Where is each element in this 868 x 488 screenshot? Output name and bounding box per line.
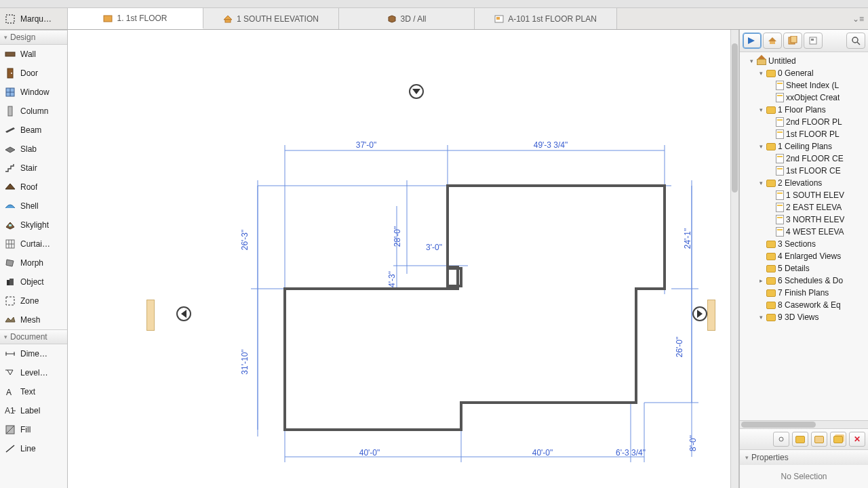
tab-3d-all[interactable]: 3D / All xyxy=(339,8,475,29)
navigator-settings-button[interactable] xyxy=(773,432,789,447)
tree-label: 7 Finish Plans xyxy=(778,288,829,298)
canvas-scrollbar-vertical[interactable] xyxy=(730,30,738,488)
tab-a101-plan[interactable]: A-101 1st FLOOR PLAN xyxy=(475,8,617,29)
tree-item[interactable]: 1 SOUTH ELEV xyxy=(740,189,868,201)
mesh-icon xyxy=(4,314,16,326)
mesh-tool[interactable]: Mesh xyxy=(0,310,67,329)
line-tool[interactable]: Line xyxy=(0,439,67,458)
tab-label: 1. 1st FLOOR xyxy=(117,14,167,23)
tree-item[interactable]: 3 NORTH ELEV xyxy=(740,214,868,226)
line-icon xyxy=(4,443,16,455)
folder-icon xyxy=(766,253,776,260)
tree-item[interactable]: 2 EAST ELEVA xyxy=(740,201,868,214)
column-tool[interactable]: Column xyxy=(0,102,67,121)
roof-tool[interactable]: Roof xyxy=(0,178,67,197)
tree-folder[interactable]: 8 Casework & Eq xyxy=(740,299,868,311)
svg-rect-13 xyxy=(8,106,12,116)
svg-rect-64 xyxy=(770,41,775,44)
wall-tool[interactable]: Wall xyxy=(0,45,67,64)
tool-label: Zone xyxy=(20,296,39,306)
beam-icon xyxy=(4,124,16,136)
navigator-tree[interactable]: ▾ Untitled ▾0 GeneralSheet Index (LxxObj… xyxy=(740,52,868,420)
navigator-search-button[interactable] xyxy=(846,33,865,49)
tool-label: Dime… xyxy=(20,349,47,359)
tree-folder[interactable]: ▸6 Schedules & Do xyxy=(740,274,868,287)
tree-folder[interactable]: ▾1 Floor Plans xyxy=(740,104,868,116)
elevation-marker-south[interactable] xyxy=(409,84,424,99)
tree-item[interactable]: 4 WEST ELEVA xyxy=(740,226,868,238)
morph-tool[interactable]: Morph xyxy=(0,253,67,272)
tree-folder[interactable]: 3 Sections xyxy=(740,238,868,250)
disclosure-icon: ▾ xyxy=(757,143,764,150)
svg-marker-23 xyxy=(6,260,14,266)
navigator-delete-button[interactable]: ✕ xyxy=(849,432,865,447)
marquee-label: Marqu… xyxy=(20,14,52,24)
navigator-tab-project-map[interactable] xyxy=(743,33,762,49)
tab-overflow-button[interactable]: ⌄≡ xyxy=(848,8,868,29)
level-dimension-tool[interactable]: Level… xyxy=(0,363,67,382)
morph-icon xyxy=(4,257,16,269)
tree-item[interactable]: 2nd FLOOR PL xyxy=(740,116,868,128)
drawing-canvas[interactable]: 37'-0" 49'-3 3/4" 26'-3" 31'-10" 28'-0" … xyxy=(68,30,739,488)
tree-item[interactable]: 2nd FLOOR CE xyxy=(740,152,868,165)
tree-label: 1 Floor Plans xyxy=(778,105,826,115)
curtain-wall-icon xyxy=(4,238,16,250)
slab-tool[interactable]: Slab xyxy=(0,140,67,159)
toolbox-section-document[interactable]: Document xyxy=(0,329,67,344)
navigator-clone-button[interactable] xyxy=(830,432,846,447)
dim-left-upper: 26'-3" xyxy=(240,230,250,251)
sheet-icon xyxy=(776,129,784,139)
door-tool[interactable]: Door xyxy=(0,64,67,83)
stair-tool[interactable]: Stair xyxy=(0,159,67,178)
tab-south-elevation[interactable]: 1 SOUTH ELEVATION xyxy=(203,8,339,29)
tree-root[interactable]: ▾ Untitled xyxy=(740,55,868,67)
navigator-panel: ▾ Untitled ▾0 GeneralSheet Index (LxxObj… xyxy=(739,30,868,488)
text-tool[interactable]: AText xyxy=(0,382,67,401)
navigator-tab-layout-book[interactable] xyxy=(783,33,802,49)
navigator-scrollbar-horizontal[interactable] xyxy=(740,420,868,428)
svg-rect-26 xyxy=(6,297,14,305)
dim-mid-vert: 28'-0" xyxy=(393,226,402,247)
fill-tool[interactable]: Fill xyxy=(0,420,67,439)
svg-rect-6 xyxy=(496,17,500,20)
tree-folder[interactable]: 7 Finish Plans xyxy=(740,287,868,299)
sheet-icon xyxy=(776,215,784,224)
tool-label: Beam xyxy=(20,125,41,135)
tree-folder[interactable]: 5 Details xyxy=(740,262,868,274)
properties-header[interactable]: Properties xyxy=(740,449,868,465)
toolbox-section-design[interactable]: Design xyxy=(0,30,67,45)
tool-label: Text xyxy=(20,387,35,396)
beam-tool[interactable]: Beam xyxy=(0,121,67,140)
zone-tool[interactable]: Zone xyxy=(0,291,67,310)
tree-folder[interactable]: ▾0 General xyxy=(740,67,868,79)
navigator-new-folder-button[interactable] xyxy=(792,432,808,447)
tree-item[interactable]: xxObject Creat xyxy=(740,92,868,104)
tool-label: Line xyxy=(20,444,36,453)
stair-icon xyxy=(4,162,16,174)
navigator-new-view-button[interactable] xyxy=(811,432,827,447)
curtain-wall-tool[interactable]: Curtai… xyxy=(0,235,67,253)
object-tool[interactable]: Object xyxy=(0,272,67,291)
label-tool[interactable]: A1Label xyxy=(0,401,67,420)
shell-tool[interactable]: Shell xyxy=(0,197,67,216)
navigator-tab-publisher[interactable] xyxy=(804,33,823,49)
folder-icon xyxy=(766,106,776,114)
window-tool[interactable]: Window xyxy=(0,83,67,102)
dimension-tool[interactable]: Dime… xyxy=(0,344,67,363)
navigator-tab-view-map[interactable] xyxy=(763,33,782,49)
tree-item[interactable]: 1st FLOOR PL xyxy=(740,128,868,140)
tree-folder[interactable]: 4 Enlarged Views xyxy=(740,250,868,262)
tab-1st-floor[interactable]: 1. 1st FLOOR xyxy=(68,8,203,29)
tree-item[interactable]: 1st FLOOR CE xyxy=(740,165,868,177)
tree-folder[interactable]: ▾9 3D Views xyxy=(740,311,868,323)
skylight-tool[interactable]: Skylight xyxy=(0,216,67,235)
tree-folder[interactable]: ▾2 Elevations xyxy=(740,177,868,189)
tool-label: Label xyxy=(20,406,40,415)
house-icon xyxy=(768,36,777,45)
tree-item[interactable]: Sheet Index (L xyxy=(740,79,868,92)
tree-folder[interactable]: ▾1 Ceiling Plans xyxy=(740,140,868,152)
door-icon xyxy=(4,67,16,79)
floor-plan-icon xyxy=(103,14,113,23)
marquee-tool[interactable]: Marqu… xyxy=(0,9,67,28)
canvas-edge-tab-left[interactable] xyxy=(146,300,155,331)
